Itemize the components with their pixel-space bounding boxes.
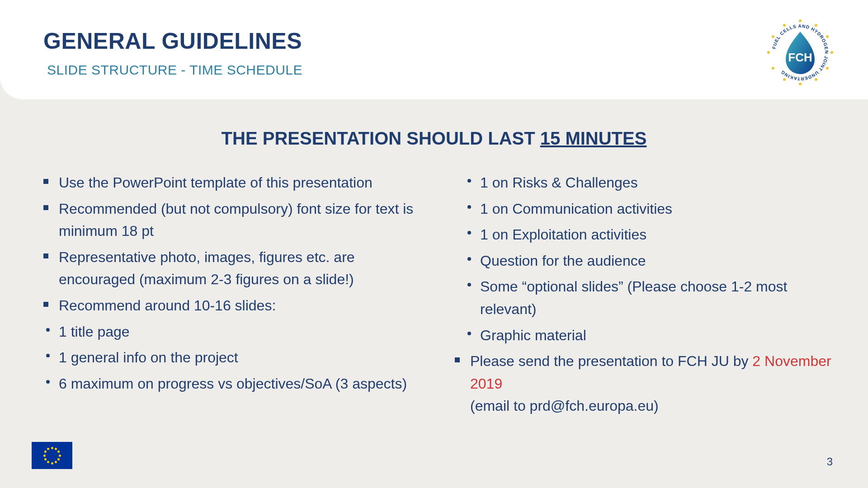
eu-flag-icon	[32, 442, 72, 469]
list-item: 1 title page	[43, 321, 423, 343]
list-item: 1 on Exploitation activities	[455, 224, 835, 246]
page-title: GENERAL GUIDELINES	[43, 28, 302, 54]
svg-point-11	[783, 24, 786, 27]
duration-value: 15 MINUTES	[540, 128, 647, 148]
list-item: 6 maximum on progress vs objectives/SoA …	[43, 373, 423, 395]
svg-point-7	[783, 78, 786, 81]
list-item: 1 general info on the project	[43, 347, 423, 369]
list-item: Use the PowerPoint template of this pres…	[43, 172, 423, 194]
list-item: Representative photo, images, figures et…	[43, 246, 423, 291]
duration-prefix: THE PRESENTATION SHOULD LAST	[222, 128, 540, 148]
svg-point-9	[767, 51, 770, 54]
svg-point-2	[826, 35, 829, 38]
page-subtitle: SLIDE STRUCTURE - TIME SCHEDULE	[47, 62, 302, 78]
slide: GENERAL GUIDELINES SLIDE STRUCTURE - TIM…	[0, 0, 868, 488]
svg-point-4	[826, 67, 829, 70]
list-item: Question for the audience	[455, 250, 835, 272]
slide-header: GENERAL GUIDELINES SLIDE STRUCTURE - TIM…	[0, 0, 868, 99]
left-column: Use the PowerPoint template of this pres…	[43, 172, 423, 421]
page-number: 3	[827, 455, 833, 468]
svg-point-1	[815, 24, 817, 27]
svg-point-8	[772, 67, 774, 70]
list-item: Some “optional slides” (Please choose 1-…	[455, 276, 835, 320]
svg-point-5	[815, 78, 817, 81]
svg-point-6	[799, 83, 802, 85]
list-item: 1 on Risks & Challenges	[455, 172, 835, 194]
deadline-prefix: Please send the presentation to FCH JU b…	[470, 353, 752, 369]
duration-heading: THE PRESENTATION SHOULD LAST 15 MINUTES	[0, 128, 868, 149]
deadline-email: (email to prd@fch.europa.eu)	[470, 398, 659, 414]
left-list: Use the PowerPoint template of this pres…	[43, 172, 423, 395]
list-item: Recommended (but not compulsory) font si…	[43, 198, 423, 243]
svg-point-0	[799, 19, 802, 22]
list-item: Graphic material	[455, 324, 835, 347]
content-columns: Use the PowerPoint template of this pres…	[43, 172, 835, 421]
deadline-item: Please send the presentation to FCH JU b…	[455, 350, 835, 418]
list-item: Recommend around 10-16 slides:	[43, 295, 423, 317]
fch-logo: FUEL CELLS AND HYDROGEN JOINT UNDERTAKIN…	[764, 16, 836, 89]
svg-point-3	[830, 51, 833, 54]
list-item: 1 on Communication activities	[455, 198, 835, 221]
right-list: 1 on Risks & Challenges1 on Communicatio…	[455, 172, 835, 418]
svg-text:FCH: FCH	[788, 51, 812, 64]
right-column: 1 on Risks & Challenges1 on Communicatio…	[455, 172, 835, 421]
svg-point-10	[772, 35, 774, 38]
